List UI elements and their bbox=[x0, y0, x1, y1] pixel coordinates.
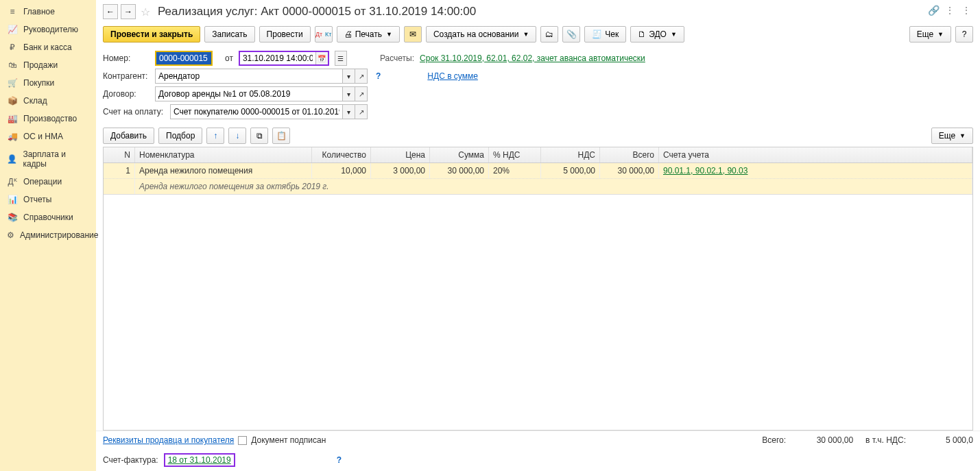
debit-credit-icon: Дᴷ bbox=[7, 177, 18, 186]
sidebar: ≡Главное 📈Руководителю ₽Банк и касса 🛍Пр… bbox=[0, 0, 96, 471]
contract-input[interactable] bbox=[156, 87, 342, 101]
post-button[interactable]: Провести bbox=[259, 26, 311, 43]
sidebar-item-assets[interactable]: 🚚ОС и НМА bbox=[0, 128, 96, 145]
sidebar-item-sales[interactable]: 🛍Продажи bbox=[0, 56, 96, 74]
sidebar-item-label: Руководителю bbox=[23, 25, 78, 34]
books-icon: 📚 bbox=[7, 213, 18, 222]
header-row: ← → ☆ Реализация услуг: Акт 0000-000015 … bbox=[96, 0, 980, 23]
date-prefix: от bbox=[225, 53, 233, 63]
mail-icon: ✉ bbox=[409, 29, 416, 39]
add-button[interactable]: Добавить bbox=[103, 128, 154, 144]
more-button[interactable]: Еще▼ bbox=[909, 26, 951, 43]
menu-icon: ≡ bbox=[7, 7, 18, 16]
sidebar-item-admin[interactable]: ⚙Администрирование bbox=[0, 226, 96, 244]
sidebar-item-reference[interactable]: 📚Справочники bbox=[0, 208, 96, 226]
box-icon: 📦 bbox=[7, 96, 18, 106]
dropdown-icon[interactable]: ▾ bbox=[342, 87, 355, 101]
calendar-icon[interactable]: 📅 bbox=[315, 52, 328, 64]
table-header: N Номенклатура Количество Цена Сумма % Н… bbox=[104, 147, 972, 163]
th-price[interactable]: Цена bbox=[371, 147, 430, 162]
open-icon[interactable]: ↗ bbox=[355, 69, 367, 83]
th-total[interactable]: Всего bbox=[600, 147, 659, 162]
post-close-button[interactable]: Провести и закрыть bbox=[103, 26, 200, 43]
th-vat-rate[interactable]: % НДС bbox=[489, 147, 541, 162]
sidebar-item-salary[interactable]: 👤Зарплата и кадры bbox=[0, 145, 96, 173]
counterparty-input[interactable] bbox=[156, 69, 342, 83]
check-button[interactable]: 🧾Чек bbox=[584, 26, 626, 43]
cell-desc: Аренда нежилого помещения за октябрь 201… bbox=[135, 179, 972, 194]
sidebar-item-reports[interactable]: 📊Отчеты bbox=[0, 191, 96, 208]
main-area: ← → ☆ Реализация услуг: Акт 0000-000015 … bbox=[96, 0, 980, 471]
toolbar: Провести и закрыть Записать Провести ДтК… bbox=[96, 23, 980, 45]
sidebar-item-label: Продажи bbox=[23, 60, 58, 70]
cell-nomenclature: Аренда нежилого помещения bbox=[135, 163, 312, 178]
sidebar-item-label: Производство bbox=[23, 114, 77, 123]
doc-signed-checkbox[interactable] bbox=[238, 436, 247, 445]
th-sum[interactable]: Сумма bbox=[430, 147, 489, 162]
table-body: 1 Аренда нежилого помещения 10,000 3 000… bbox=[104, 163, 972, 430]
tree-icon: 🗂 bbox=[545, 29, 553, 39]
sidebar-item-main[interactable]: ≡Главное bbox=[0, 3, 96, 21]
cell-sum: 30 000,00 bbox=[430, 163, 489, 178]
print-button[interactable]: 🖨Печать▼ bbox=[337, 26, 400, 43]
more-menu-icon[interactable]: ⋮ bbox=[943, 5, 957, 19]
cell-vat: 5 000,00 bbox=[541, 163, 600, 178]
sidebar-item-production[interactable]: 🏭Производство bbox=[0, 110, 96, 128]
help-button[interactable]: ? bbox=[955, 26, 973, 43]
open-icon[interactable]: ↗ bbox=[355, 105, 367, 119]
th-vat[interactable]: НДС bbox=[541, 147, 600, 162]
th-accounts[interactable]: Счета учета bbox=[659, 147, 972, 162]
move-up-button[interactable]: ↑ bbox=[206, 128, 224, 144]
attach-button[interactable]: 📎 bbox=[562, 26, 580, 43]
cell-n: 1 bbox=[104, 163, 135, 178]
vat-mode-link[interactable]: НДС в сумме bbox=[427, 71, 478, 81]
th-qty[interactable]: Количество bbox=[312, 147, 371, 162]
th-nomenclature[interactable]: Номенклатура bbox=[135, 147, 312, 162]
accounts-link[interactable]: 90.01.1, 90.02.1, 90.03 bbox=[663, 166, 748, 176]
sidebar-item-warehouse[interactable]: 📦Склад bbox=[0, 92, 96, 110]
sidebar-item-purchases[interactable]: 🛒Покупки bbox=[0, 74, 96, 92]
seller-buyer-link[interactable]: Реквизиты продавца и покупателя bbox=[103, 435, 234, 445]
sub-toolbar: Добавить Подбор ↑ ↓ ⧉ 📋 Еще▼ bbox=[96, 125, 980, 147]
sidebar-item-label: Банк и касса bbox=[23, 43, 72, 52]
structure-button[interactable]: 🗂 bbox=[540, 26, 558, 43]
copy-button[interactable]: ⧉ bbox=[250, 128, 268, 144]
email-button[interactable]: ✉ bbox=[404, 26, 422, 43]
sf-label: Счет-фактура: bbox=[103, 455, 158, 465]
settlements-link[interactable]: Срок 31.10.2019, 62.01, 62.02, зачет ава… bbox=[420, 53, 645, 63]
number-input[interactable] bbox=[156, 52, 211, 64]
create-based-button[interactable]: Создать на основании▼ bbox=[426, 26, 536, 43]
debit-credit-button[interactable]: ДтКт bbox=[315, 26, 333, 43]
date-input[interactable] bbox=[240, 52, 315, 64]
table-row-desc[interactable]: Аренда нежилого помещения за октябрь 201… bbox=[104, 179, 972, 195]
nav-forward-button[interactable]: → bbox=[121, 4, 136, 19]
star-icon[interactable]: ☆ bbox=[139, 5, 152, 19]
list-icon[interactable]: ☰ bbox=[335, 51, 347, 66]
edo-button[interactable]: 🗋ЭДО▼ bbox=[630, 26, 684, 43]
invoice-field-wrap: ▾ ↗ bbox=[170, 104, 368, 119]
sidebar-item-manager[interactable]: 📈Руководителю bbox=[0, 21, 96, 38]
save-button[interactable]: Записать bbox=[204, 26, 254, 43]
sf-hint[interactable]: ? bbox=[337, 455, 342, 465]
table-more-button[interactable]: Еще▼ bbox=[931, 128, 973, 144]
invoice-input[interactable] bbox=[171, 105, 342, 119]
sidebar-item-operations[interactable]: ДᴷОперации bbox=[0, 173, 96, 191]
nav-back-button[interactable]: ← bbox=[103, 4, 118, 19]
sf-link[interactable]: 18 от 31.10.2019 bbox=[168, 455, 231, 465]
printer-icon: 🖨 bbox=[344, 29, 352, 39]
counterparty-hint[interactable]: ? bbox=[376, 71, 381, 81]
select-button[interactable]: Подбор bbox=[158, 128, 202, 144]
arrow-down-icon: ↓ bbox=[235, 131, 239, 141]
sidebar-item-bank[interactable]: ₽Банк и касса bbox=[0, 38, 96, 56]
sidebar-item-label: Операции bbox=[23, 177, 62, 186]
dropdown-icon[interactable]: ▾ bbox=[342, 69, 355, 83]
th-n[interactable]: N bbox=[104, 147, 135, 162]
dropdown-icon[interactable]: ▾ bbox=[342, 105, 355, 119]
table-row[interactable]: 1 Аренда нежилого помещения 10,000 3 000… bbox=[104, 163, 972, 179]
move-down-button[interactable]: ↓ bbox=[228, 128, 246, 144]
extra-icon[interactable]: ⋮ bbox=[959, 5, 973, 19]
sf-link-box: 18 от 31.10.2019 bbox=[164, 453, 235, 467]
open-icon[interactable]: ↗ bbox=[355, 87, 367, 101]
link-icon[interactable]: 🔗 bbox=[927, 5, 940, 19]
paste-button[interactable]: 📋 bbox=[272, 128, 290, 144]
